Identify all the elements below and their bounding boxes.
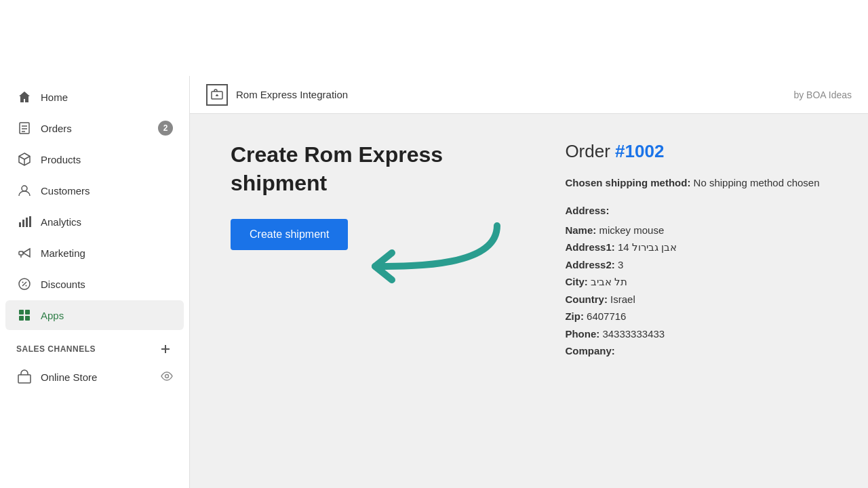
address-label: Address: bbox=[565, 205, 827, 216]
sidebar-item-analytics[interactable]: Analytics bbox=[5, 207, 184, 237]
svg-rect-21 bbox=[25, 316, 30, 321]
svg-rect-18 bbox=[19, 310, 24, 314]
orders-icon bbox=[16, 120, 33, 136]
address2-label: Address2: bbox=[565, 259, 614, 270]
sales-channels-label: SALES CHANNELS bbox=[16, 344, 96, 354]
sidebar-item-orders[interactable]: Orders 2 bbox=[5, 113, 184, 143]
app-header-left: Rom Express Integration bbox=[206, 84, 348, 106]
app-header: Rom Express Integration by BOA Ideas bbox=[190, 76, 868, 114]
zip-value: 6407716 bbox=[587, 310, 626, 322]
city-value: תל אביב bbox=[591, 276, 627, 287]
address2-value: 3 bbox=[618, 259, 623, 270]
sidebar-item-customers[interactable]: Customers bbox=[5, 176, 184, 205]
order-label: Order bbox=[565, 141, 610, 161]
online-store-label: Online Store bbox=[41, 371, 97, 383]
create-title-line2: shipment bbox=[231, 171, 327, 195]
top-bar bbox=[0, 0, 868, 76]
customers-icon bbox=[16, 182, 33, 199]
sidebar-item-orders-label: Orders bbox=[41, 123, 72, 134]
sidebar-item-products[interactable]: Products bbox=[5, 144, 184, 174]
address-phone: Phone: 34333333433 bbox=[565, 325, 827, 343]
svg-rect-9 bbox=[22, 220, 24, 227]
svg-rect-12 bbox=[19, 251, 23, 255]
create-title: Create Rom Express shipment bbox=[231, 141, 511, 197]
svg-point-7 bbox=[22, 186, 27, 191]
sales-channels-section: SALES CHANNELS bbox=[0, 331, 189, 362]
phone-label: Phone: bbox=[565, 328, 599, 340]
online-store-icon bbox=[16, 369, 33, 385]
sidebar-item-home-label: Home bbox=[41, 92, 68, 103]
sidebar-item-analytics-label: Analytics bbox=[41, 216, 81, 228]
discounts-icon bbox=[16, 276, 33, 292]
city-label: City: bbox=[565, 276, 587, 287]
address-name: Name: mickey mouse bbox=[565, 222, 827, 239]
svg-line-6 bbox=[19, 157, 24, 160]
name-label: Name: bbox=[565, 224, 596, 236]
svg-line-5 bbox=[24, 157, 30, 160]
analytics-icon bbox=[16, 214, 33, 230]
sidebar-item-discounts-label: Discounts bbox=[41, 279, 85, 290]
main-content: Create Rom Express shipment Create shipm… bbox=[190, 114, 868, 488]
add-sales-channel-button[interactable] bbox=[158, 342, 173, 357]
address-zip: Zip: 6407716 bbox=[565, 308, 827, 325]
products-icon bbox=[16, 151, 33, 167]
country-value: Israel bbox=[610, 293, 635, 305]
phone-value: 34333333433 bbox=[602, 328, 665, 340]
svg-rect-20 bbox=[19, 316, 24, 321]
shipping-method-label: Chosen shipping method: bbox=[565, 177, 690, 188]
address-address2: Address2: 3 bbox=[565, 256, 827, 274]
sidebar-item-customers-label: Customers bbox=[41, 185, 90, 197]
online-store-view-button[interactable] bbox=[161, 370, 173, 384]
orders-badge: 2 bbox=[158, 121, 173, 136]
sidebar-item-products-label: Products bbox=[41, 154, 81, 165]
shipping-method-value: No shipping method chosen bbox=[694, 177, 820, 188]
address-address1: Address1: אבן גבירול 14 bbox=[565, 239, 827, 256]
home-icon bbox=[16, 89, 33, 105]
svg-rect-10 bbox=[26, 218, 28, 227]
order-title: Order #1002 bbox=[565, 141, 827, 162]
sidebar-item-marketing[interactable]: Marketing bbox=[5, 238, 184, 268]
left-panel: Create Rom Express shipment Create shipm… bbox=[231, 141, 511, 461]
svg-point-16 bbox=[22, 282, 24, 283]
address-country: Country: Israel bbox=[565, 291, 827, 308]
sidebar: Home Orders 2 bbox=[0, 76, 190, 488]
arrow-decoration bbox=[361, 212, 511, 303]
create-title-line1: Create Rom Express bbox=[231, 142, 443, 167]
svg-point-25 bbox=[165, 374, 169, 378]
content-area: Rom Express Integration by BOA Ideas Cre… bbox=[190, 76, 868, 488]
create-shipment-button[interactable]: Create shipment bbox=[231, 219, 348, 250]
sidebar-item-discounts[interactable]: Discounts bbox=[5, 269, 184, 299]
country-label: Country: bbox=[565, 293, 608, 305]
name-value: mickey mouse bbox=[599, 224, 664, 236]
sidebar-item-home[interactable]: Home bbox=[5, 82, 184, 112]
svg-rect-24 bbox=[18, 375, 31, 383]
order-number: #1002 bbox=[615, 141, 664, 161]
svg-rect-8 bbox=[19, 222, 21, 227]
shipping-method-info: Chosen shipping method: No shipping meth… bbox=[565, 176, 827, 191]
app-header-icon bbox=[206, 84, 228, 106]
sidebar-item-marketing-label: Marketing bbox=[41, 247, 85, 259]
zip-label: Zip: bbox=[565, 310, 584, 322]
svg-rect-19 bbox=[25, 310, 30, 314]
address1-label: Address1: bbox=[565, 241, 614, 253]
sidebar-item-apps[interactable]: Apps bbox=[5, 300, 184, 330]
sidebar-item-apps-label: Apps bbox=[41, 310, 64, 321]
right-panel: Order #1002 Chosen shipping method: No s… bbox=[565, 141, 827, 461]
address-company: Company: bbox=[565, 342, 827, 360]
company-label: Company: bbox=[565, 345, 614, 357]
apps-icon bbox=[16, 307, 33, 323]
app-by-label: by BOA Ideas bbox=[793, 89, 852, 100]
marketing-icon bbox=[16, 245, 33, 261]
svg-point-17 bbox=[26, 285, 27, 287]
address-city: City: תל אביב bbox=[565, 273, 827, 291]
svg-rect-11 bbox=[29, 216, 31, 227]
app-title: Rom Express Integration bbox=[236, 89, 348, 100]
address1-value: אבן גבירול 14 bbox=[618, 241, 677, 253]
address-section: Address: Name: mickey mouse Address1: אב… bbox=[565, 205, 827, 360]
sidebar-item-online-store[interactable]: Online Store bbox=[0, 362, 189, 392]
